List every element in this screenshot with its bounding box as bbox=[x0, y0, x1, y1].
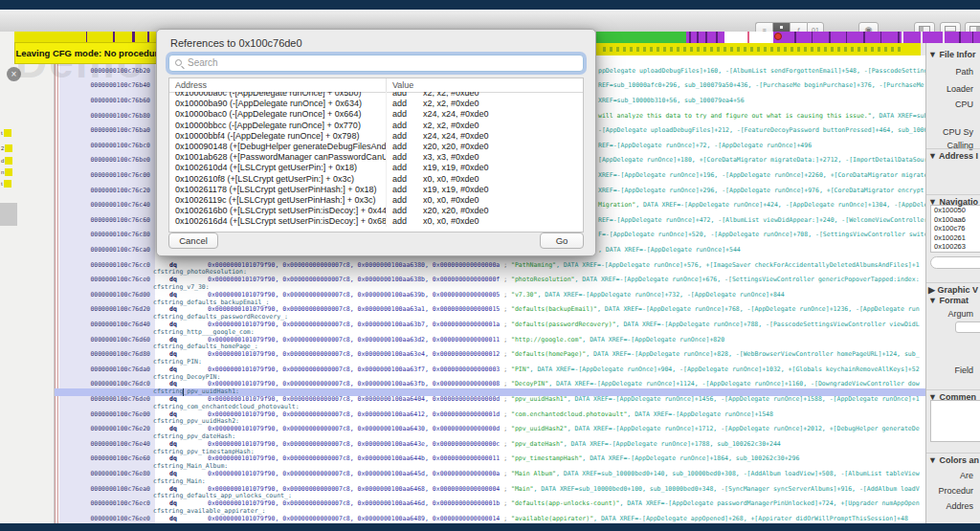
listing-label-line[interactable]: cfstring_ppv_timestampHash: bbox=[55, 449, 925, 456]
listing-line[interactable]: 0000000100c76ee0dq0x0000000101079f90, 0x… bbox=[55, 516, 925, 523]
navigation-stack-item[interactable]: 0x100c76 bbox=[931, 224, 980, 233]
listing-line[interactable]: 0000000100c76ec0dq0x0000000101079f90, 0x… bbox=[55, 500, 925, 508]
listing-line[interactable]: 0000000100c76de0dq0x0000000101079f90, 0x… bbox=[55, 396, 925, 404]
navigation-stack-item[interactable]: 0x100261 bbox=[931, 233, 980, 243]
yellow-tag-icon bbox=[4, 129, 11, 137]
reference-row[interactable]: 0x1002616d4 (+[LSLCrypt setUserPin:isDec… bbox=[169, 216, 583, 227]
navigation-stack-item[interactable]: 0x100050 bbox=[931, 206, 980, 215]
listing-label-line[interactable]: cfstring_ppv_uuidHash2: bbox=[55, 418, 925, 426]
reference-row[interactable]: 0x10026119c (+[LSLCrypt getUserPinHash:]… bbox=[169, 195, 583, 206]
listing-label-line[interactable]: cfstring_photoResolution: bbox=[55, 269, 925, 277]
listing-label-line[interactable]: cfstring_ppv_uuidHash1: bbox=[55, 388, 925, 396]
listing-line[interactable]: 0000000100c76e40dq0x0000000101079f90, 0x… bbox=[55, 441, 925, 449]
reference-row[interactable]: 0x10000ba0c (-[AppDelegate runOnce] + 0x… bbox=[169, 92, 583, 99]
listing-line[interactable]: 0000000100c76e80dq0x0000000101079f90, 0x… bbox=[55, 471, 925, 478]
sidebar-section-header-address-i[interactable]: ▼ Address I bbox=[928, 151, 978, 161]
reference-row[interactable]: 0x1002616b0 (+[LSLCrypt setUserPin:isDec… bbox=[169, 206, 583, 216]
listing-label-line[interactable]: cfstring_defaults_passwordRecovery_: bbox=[55, 314, 925, 321]
listing-label-line[interactable]: cfstring_Main: bbox=[55, 478, 925, 486]
listing-line[interactable]: 0000000100c76ea0dq0x0000000101079f90, 0x… bbox=[55, 486, 925, 494]
sidebar-field-label: Path bbox=[955, 67, 973, 77]
go-button[interactable]: Go bbox=[540, 232, 584, 249]
listing-line[interactable]: 0000000100c76d40dq0x0000000101079f90, 0x… bbox=[55, 321, 925, 329]
references-table: Address Value 0x10000ba0c (-[AppDelegate… bbox=[168, 77, 584, 232]
navigation-stack-list[interactable]: 0x1000500x100aa60x100c760x1002610x100263 bbox=[930, 205, 980, 253]
listing-line[interactable]: 0000000100c76dc0dq0x0000000101079f90, 0x… bbox=[55, 381, 925, 388]
listing-label-line[interactable]: cfstring_Main_Album: bbox=[55, 463, 925, 471]
sidebar-section-header-format[interactable]: ▼ Format bbox=[928, 296, 969, 305]
rail-tag[interactable]: n bbox=[1, 167, 12, 176]
listing-label-line[interactable]: cfstring_com_enchantedcloud_photovault: bbox=[55, 404, 925, 411]
sidebar-divider bbox=[926, 282, 980, 283]
sidebar-section-header-colors-an[interactable]: ▼ Colors an bbox=[928, 455, 979, 465]
listing-line[interactable]: 0000000100c76d00dq0x0000000101079f90, 0x… bbox=[55, 292, 925, 299]
sidebar-section-header-file-infor[interactable]: ▼ File Infor bbox=[928, 50, 975, 59]
sidebar-section-header-graphic-v[interactable]: ▶ Graphic V bbox=[928, 285, 978, 295]
reference-row[interactable]: 0x1002610d4 (+[LSLCrypt getUserPin:] + 0… bbox=[169, 163, 583, 173]
listing-line[interactable]: 0000000100c76d60dq0x0000000101079f90, 0x… bbox=[55, 337, 925, 344]
cancel-button[interactable]: Cancel bbox=[168, 232, 218, 249]
sidebar-section-header-navigatio[interactable]: ▼ Navigatio bbox=[928, 197, 978, 207]
listing-line[interactable]: 0000000100c76d80dq0x0000000101079f90, 0x… bbox=[55, 351, 925, 359]
dialog-title: References to 0x100c76de0 bbox=[170, 37, 302, 49]
sidebar-field-label: Addres bbox=[946, 501, 973, 511]
listing-line[interactable]: 0000000100c76e60dq0x0000000101079f90, 0x… bbox=[55, 455, 925, 463]
column-header-address[interactable]: Address bbox=[169, 78, 387, 92]
references-dialog: References to 0x100c76de0 Search Address… bbox=[156, 29, 596, 256]
sidebar-section-header-commen[interactable]: ▼ Commen bbox=[928, 392, 976, 402]
navigation-address-input[interactable] bbox=[930, 256, 980, 269]
listing-label-line[interactable]: cfstring_defaults_backupEmail_: bbox=[55, 299, 925, 307]
sidebar-field-label: Field bbox=[954, 365, 973, 375]
sidebar-field-label: Argum bbox=[947, 309, 973, 319]
listing-label-line[interactable]: cfstring_ppv_dateHash: bbox=[55, 433, 925, 441]
listing-label-line[interactable]: cfstring_v7_30: bbox=[55, 284, 925, 292]
listing-label-line[interactable]: cfstring_DecoyPIN: bbox=[55, 374, 925, 382]
sidebar-field-label: Are bbox=[960, 471, 973, 480]
search-placeholder: Search bbox=[188, 57, 218, 68]
listing-line[interactable]: 0000000100c76e20dq0x0000000101079f90, 0x… bbox=[55, 426, 925, 433]
listing-label-line[interactable]: cfstring_http___google_com: bbox=[55, 329, 925, 337]
sidebar-field-label: CPU bbox=[955, 100, 973, 109]
navigation-stack-item[interactable]: 0x100263 bbox=[931, 242, 980, 252]
hopper-disassembler-window: ≡ ƒ 01 ◉ × t2dnt Leaving CFG mode: No pr… bbox=[0, 0, 980, 531]
listing-line[interactable]: 0000000100c76e00dq0x0000000101079f90, 0x… bbox=[55, 411, 925, 419]
sidebar-divider bbox=[926, 389, 980, 390]
listing-label-line[interactable]: cfstring_PIN: bbox=[55, 359, 925, 366]
rail-tag[interactable]: d bbox=[1, 156, 12, 165]
listing-label-line[interactable]: cfstring_available_appirater_: bbox=[55, 508, 925, 516]
reference-row[interactable]: 0x100090148 (+[DebugHelper generateDebug… bbox=[169, 142, 583, 152]
listing-line[interactable]: 0000000100c76ce0dq0x0000000101079f90, 0x… bbox=[55, 277, 925, 284]
nav-gap bbox=[943, 32, 945, 43]
sidebar-field-label: Loader bbox=[947, 84, 973, 94]
reference-row[interactable]: 0x10000bbf4 (-[AppDelegate runOnce] + 0x… bbox=[169, 131, 583, 142]
reference-row[interactable]: 0x10000ba90 (-[AppDelegate runOnce] + 0x… bbox=[169, 99, 583, 109]
yellow-tag-icon bbox=[4, 180, 11, 188]
listing-label-line[interactable]: cfstring_defaults_app_unlocks_count_: bbox=[55, 493, 925, 500]
reference-row[interactable]: 0x10000bbcc (-[AppDelegate runOnce] + 0x… bbox=[169, 121, 583, 131]
listing-label-line[interactable]: cfstring_defaults_homePage_: bbox=[55, 343, 925, 351]
collapsed-panel-handle[interactable] bbox=[0, 203, 17, 226]
column-header-value[interactable]: Value bbox=[387, 78, 413, 92]
reference-row[interactable]: 0x100261178 (+[LSLCrypt getUserPinHash:]… bbox=[169, 185, 583, 195]
reference-row[interactable]: 0x1002610f8 (+[LSLCrypt getUserPin:] + 0… bbox=[169, 174, 583, 185]
nav-tick bbox=[959, 32, 961, 43]
reference-row[interactable]: 0x10000bac0 (-[AppDelegate runOnce] + 0x… bbox=[169, 109, 583, 120]
rail-tag[interactable]: t bbox=[1, 128, 11, 137]
listing-line[interactable]: 0000000100c76da0dq0x0000000101079f90, 0x… bbox=[55, 366, 925, 374]
comment-textarea[interactable] bbox=[930, 400, 980, 442]
table-header: Address Value bbox=[169, 78, 583, 93]
rail-tag[interactable]: t bbox=[1, 179, 11, 188]
bottom-window-bar bbox=[0, 523, 980, 531]
table-body: 0x10000ba0c (-[AppDelegate runOnce] + 0x… bbox=[169, 92, 583, 232]
search-input[interactable]: Search bbox=[168, 55, 584, 72]
yellow-tag-icon bbox=[5, 144, 12, 152]
rail-tag[interactable]: 2 bbox=[1, 144, 12, 152]
navigation-stack-item[interactable]: 0x100aa6 bbox=[931, 215, 980, 225]
status-tooltip: Leaving CFG mode: No procedure bbox=[14, 42, 165, 64]
listing-line[interactable]: 0000000100c76cc0dq0x0000000101079f90, 0x… bbox=[55, 262, 925, 270]
nav-tick bbox=[972, 32, 973, 43]
listing-line[interactable]: 0000000100c76d20dq0x0000000101079f90, 0x… bbox=[55, 306, 925, 314]
format-argument-control[interactable] bbox=[955, 321, 980, 333]
reference-row[interactable]: 0x1001ab628 (+[PasswordManager canPasswo… bbox=[169, 152, 583, 163]
text-cursor bbox=[183, 388, 184, 396]
